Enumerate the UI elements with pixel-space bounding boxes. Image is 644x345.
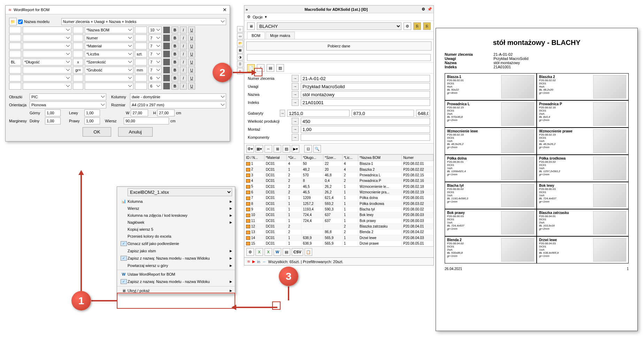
ctx-item-1[interactable]: Wiersz▶ bbox=[117, 205, 235, 212]
tab-moje-makra[interactable]: Moje makra bbox=[266, 32, 294, 39]
wr-unit-5[interactable] bbox=[135, 67, 147, 74]
tb-tree[interactable]: ⊞ bbox=[274, 145, 281, 153]
prawy-input[interactable] bbox=[84, 117, 100, 124]
copy2-button[interactable]: ⎘ bbox=[423, 22, 431, 30]
table-row[interactable]: 4DC01280,42Prowadnica PP20.08.02.16 bbox=[245, 178, 434, 184]
wr-prefix-5[interactable] bbox=[9, 67, 21, 74]
ctx-item-5[interactable]: Przenieś kolory do excela bbox=[117, 233, 235, 240]
field-input-2[interactable] bbox=[301, 91, 430, 98]
pobierz-dane-button[interactable]: Pobierz dane bbox=[246, 41, 431, 51]
bt-gear[interactable]: ⚙ bbox=[246, 248, 254, 256]
bt-excel1[interactable]: X bbox=[255, 248, 263, 256]
folder-button[interactable]: 📁 bbox=[9, 18, 17, 25]
table-row[interactable]: 5DC01246,526,21Wzmocenienie le...P20.08.… bbox=[245, 184, 434, 189]
wr-mid-4[interactable] bbox=[73, 59, 83, 66]
bt-word[interactable]: W bbox=[274, 248, 281, 256]
table-header[interactable]: *Materiał bbox=[264, 155, 286, 161]
wr-unit-3[interactable] bbox=[135, 51, 147, 58]
wr-sel2-4[interactable]: *Szerokość bbox=[85, 59, 133, 66]
color-btn-6[interactable] bbox=[163, 75, 170, 82]
bold-btn-0[interactable]: B bbox=[171, 26, 178, 33]
gear-button[interactable]: ⚙ bbox=[404, 22, 411, 30]
grid-icon[interactable]: ▦ bbox=[237, 47, 243, 53]
wr-mid-1[interactable] bbox=[73, 34, 83, 41]
wr-prefix-6[interactable] bbox=[9, 75, 21, 82]
italic-btn-3[interactable]: I bbox=[180, 51, 187, 58]
table-row[interactable]: 12DC0122Blaszka zatrzaskuP20.08.04.01 bbox=[245, 223, 434, 229]
wr-prefix-2[interactable] bbox=[9, 43, 21, 49]
tb-grid[interactable]: ▦▾ bbox=[255, 145, 263, 153]
wr-mid-3[interactable] bbox=[73, 51, 83, 58]
bold-btn-1[interactable]: B bbox=[171, 34, 178, 41]
wr-unit-2[interactable] bbox=[135, 43, 147, 49]
kolumny-select[interactable]: dwie - domyślnie bbox=[130, 93, 226, 100]
arrow-button[interactable]: → bbox=[292, 134, 299, 141]
wr-unit-1[interactable] bbox=[135, 34, 147, 41]
table-row[interactable]: 14DC011638,9565,91Drzwi leweP20.08.04.03 bbox=[245, 235, 434, 240]
color-icon[interactable]: ◑ bbox=[237, 54, 243, 60]
table-row[interactable]: 11DC011724,46371Bok prawyP20.08.00.03 bbox=[245, 218, 434, 223]
table-row[interactable]: 8DC0111257,2593,21Półka środkowaP20.08.0… bbox=[245, 201, 434, 206]
w-input[interactable] bbox=[131, 109, 148, 116]
wr-sel1-5[interactable] bbox=[23, 67, 71, 74]
ctx-item-2[interactable]: Kolumna na zdjęcia / kod kreskowy▶ bbox=[117, 212, 235, 219]
ctx-item-11[interactable]: ✓Zapisz z nazwą: Nazwa modelu - nazwa Wi… bbox=[117, 278, 235, 285]
h-input[interactable] bbox=[157, 109, 175, 116]
copy1-button[interactable]: ⎘ bbox=[413, 22, 421, 30]
wr-size-0[interactable]: 10 bbox=[148, 26, 162, 33]
nazwa-modelu-checkbox[interactable] bbox=[18, 20, 23, 24]
komponenty-input[interactable] bbox=[301, 134, 430, 141]
ctx-item-10[interactable]: WUstaw WordReport for BOM bbox=[117, 271, 235, 278]
field-input-3[interactable] bbox=[301, 99, 430, 106]
table-header[interactable]: *Szer... bbox=[323, 155, 343, 161]
wr-prefix-4[interactable] bbox=[9, 59, 21, 66]
table-header[interactable]: *Nazwa BOM bbox=[358, 155, 401, 161]
color-btn-4[interactable] bbox=[163, 59, 170, 66]
rozmiar-select[interactable]: A4 (210 x 297 mm) bbox=[130, 101, 226, 108]
list-icon[interactable]: ☰ bbox=[237, 61, 243, 67]
youtube-icon[interactable]: ▶ bbox=[252, 259, 255, 264]
opcje-label[interactable]: Opcje bbox=[253, 15, 263, 19]
table-row[interactable]: 9DC0111193,4590,31Blacha tyłP20.08.00.02 bbox=[245, 206, 434, 212]
table-row[interactable]: 6DC01246,526,21Wzmocnienie pra...P20.08.… bbox=[245, 189, 434, 195]
wr-sel1-6[interactable] bbox=[23, 75, 71, 82]
arrow-button[interactable]: → bbox=[292, 99, 299, 106]
bt-csv[interactable]: CSV bbox=[292, 248, 303, 256]
field-input-0[interactable] bbox=[301, 75, 430, 82]
folder-icon[interactable]: ▭ bbox=[237, 33, 243, 39]
wr-prefix-0[interactable] bbox=[9, 26, 21, 33]
wr-mid-6[interactable] bbox=[73, 75, 83, 82]
underline-btn-5[interactable]: U bbox=[188, 67, 195, 74]
teamviewer-icon[interactable]: ↔ bbox=[262, 260, 266, 264]
wr-sel1-1[interactable] bbox=[23, 34, 71, 41]
wr-sel1-3[interactable] bbox=[23, 51, 71, 58]
italic-btn-2[interactable]: I bbox=[180, 43, 187, 49]
obrazki-select[interactable]: PIC bbox=[30, 93, 106, 100]
arrow-button[interactable]: → bbox=[292, 91, 299, 98]
wr-size-4[interactable]: 7 bbox=[148, 59, 162, 66]
table-row[interactable]: 15DC011638,9565,91Drzwi praweP20.08.05.0… bbox=[245, 241, 434, 246]
bold-btn-5[interactable]: B bbox=[171, 67, 178, 74]
gabaryty-1[interactable] bbox=[287, 110, 350, 117]
ctx-item-7[interactable]: Zapisz jako xlsm▶ bbox=[117, 247, 235, 254]
bt-doc[interactable]: ▤ bbox=[283, 248, 290, 256]
wr-unit-0[interactable] bbox=[135, 26, 147, 33]
table-row[interactable]: 2DC01148,2204Blaszka 2P20.08.02.02 bbox=[245, 167, 434, 172]
wr-sel2-2[interactable]: *Materiał bbox=[85, 43, 133, 49]
linkedin-icon[interactable]: in bbox=[257, 260, 260, 264]
dolny-input[interactable] bbox=[45, 117, 61, 124]
table-row[interactable]: 13DC01286,82Blenda 2P20.08.04.02 bbox=[245, 229, 434, 235]
table-row[interactable]: 3DC01257046,82Prowadnica LP20.08.02.15 bbox=[245, 172, 434, 178]
collapse-icon[interactable]: » bbox=[246, 7, 248, 12]
color-btn-0[interactable] bbox=[163, 26, 170, 33]
pin-icon[interactable]: 📌 bbox=[427, 7, 432, 12]
italic-btn-1[interactable]: I bbox=[180, 34, 187, 41]
arrow-button[interactable]: → bbox=[292, 118, 299, 125]
bold-btn-2[interactable]: B bbox=[171, 43, 178, 49]
tb-pick[interactable]: ⊡ bbox=[304, 145, 312, 153]
open-icon[interactable]: 📂 bbox=[237, 40, 243, 46]
table-header[interactable]: *Lic... bbox=[342, 155, 358, 161]
italic-btn-5[interactable]: I bbox=[180, 67, 187, 74]
ctx-item-3[interactable]: Nagłówek▶ bbox=[117, 219, 235, 226]
gabaryty-2[interactable] bbox=[352, 110, 414, 117]
